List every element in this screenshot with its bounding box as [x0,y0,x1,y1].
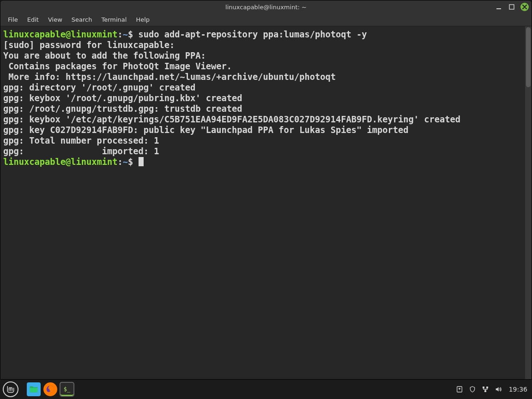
firefox-launcher[interactable] [43,382,57,396]
output-line: Contains packages for PhotoQt Image View… [3,61,232,71]
taskbar: $_ 19:36 [0,380,532,399]
terminal-body[interactable]: linuxcapable@linuxmint:~$ sudo add-apt-r… [0,26,532,379]
output-line: gpg: Total number processed: 1 [3,136,159,145]
prompt-user-host: linuxcapable@linuxmint [3,30,118,39]
scrollbar[interactable] [525,26,532,379]
command-text: sudo add-apt-repository ppa:lumas/photoq… [139,30,367,39]
prompt-sep: : [118,157,123,167]
taskbar-right: 19:36 [455,385,529,393]
prompt-path: ~ [123,30,128,39]
output-line: gpg: key C027D92914FAB9FD: public key "L… [3,125,409,135]
output-line: gpg: keybox '/etc/apt/keyrings/C5B751EAA… [3,115,460,124]
output-line: gpg: imported: 1 [3,146,159,156]
minimize-button[interactable] [495,3,503,11]
output-line: gpg: keybox '/root/.gnupg/pubring.kbx' c… [3,93,242,103]
prompt-user-host: linuxcapable@linuxmint [3,157,118,167]
output-line: gpg: /root/.gnupg/trustdb.gpg: trustdb c… [3,104,242,114]
output-line: You are about to add the following PPA: [3,51,206,60]
shield-icon[interactable] [468,385,477,393]
cursor [139,157,144,166]
files-launcher[interactable] [27,382,41,396]
menu-terminal[interactable]: Terminal [97,14,131,25]
svg-rect-5 [483,387,484,388]
terminal-window: linuxcapable@linuxmint: ~ File Edit View… [0,0,532,380]
window-title: linuxcapable@linuxmint: ~ [225,4,307,11]
menu-search[interactable]: Search [67,14,97,25]
menubar: File Edit View Search Terminal Help [0,13,532,26]
output-line: gpg: directory '/root/.gnupg' created [3,83,195,92]
volume-icon[interactable] [494,385,502,393]
svg-rect-7 [484,390,486,392]
window-controls [495,0,529,13]
updates-icon[interactable] [455,385,464,393]
maximize-button[interactable] [508,3,516,11]
prompt-path: ~ [123,157,128,167]
menu-view[interactable]: View [43,14,67,25]
prompt-end: $ [128,157,139,167]
svg-rect-6 [486,387,488,388]
mint-menu-button[interactable] [3,381,18,397]
close-button[interactable] [520,3,529,11]
output-line: [sudo] password for linuxcapable: [3,40,175,50]
svg-rect-2 [30,388,38,392]
taskbar-left: $_ [3,381,74,397]
output-line: More info: https://launchpad.net/~lumas/… [3,72,336,82]
svg-rect-1 [509,5,514,9]
terminal-icon: $_ [64,386,70,393]
terminal-task-button[interactable]: $_ [60,382,74,396]
menu-file[interactable]: File [3,14,23,25]
menu-edit[interactable]: Edit [23,14,43,25]
svg-rect-0 [496,8,501,9]
scrollbar-thumb[interactable] [526,27,531,87]
network-icon[interactable] [481,385,490,393]
prompt-end: $ [128,30,139,39]
clock[interactable]: 19:36 [507,386,529,393]
menu-help[interactable]: Help [131,14,154,25]
titlebar[interactable]: linuxcapable@linuxmint: ~ [0,0,532,13]
prompt-sep: : [118,30,123,39]
